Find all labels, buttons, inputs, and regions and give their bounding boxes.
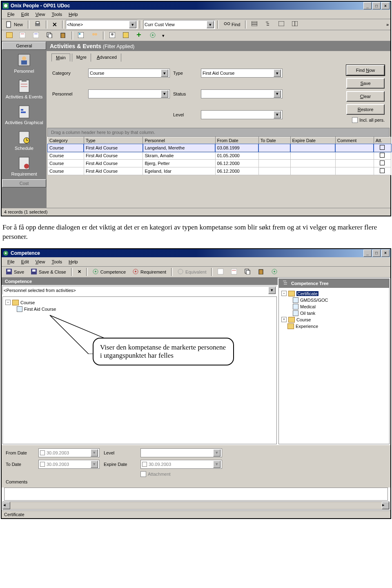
type-combo[interactable]: First Aid Course▾ (201, 69, 283, 78)
nav-activities-graphical[interactable]: Activities Graphical (2, 102, 47, 127)
tb2-btn1[interactable] (3, 31, 16, 40)
nav-requirement[interactable]: Requirement (2, 153, 47, 179)
filter-combo-1[interactable]: <None>▾ (66, 20, 138, 29)
tb-btn-1[interactable] (215, 267, 227, 276)
save-close-button[interactable]: Save & Close (28, 267, 69, 276)
print-button[interactable] (31, 20, 44, 29)
col-todate[interactable]: To Date (258, 137, 290, 144)
col-type[interactable]: Type (84, 137, 143, 144)
tb2-btn11[interactable] (147, 31, 159, 40)
tab-advanced[interactable]: Advanced (93, 53, 121, 62)
tree-node-firstaid[interactable]: First Aid Course (5, 306, 274, 312)
tab-main[interactable]: Main (51, 53, 70, 62)
col-att[interactable]: Att. (374, 137, 391, 144)
tree-node-certificate[interactable]: −Certificate (281, 290, 387, 297)
scroll-left-button[interactable]: ◂ (3, 502, 10, 509)
tb-btn-2[interactable] (228, 267, 241, 276)
col-category[interactable]: Category (48, 137, 84, 144)
find-button[interactable]: Find (221, 20, 243, 29)
menu-tools[interactable]: Tools (48, 258, 65, 265)
view-btn-3[interactable] (276, 20, 288, 29)
horizontal-scrollbar[interactable]: ◂▸ (2, 501, 390, 510)
status-combo[interactable]: ▾ (201, 89, 283, 98)
delete-button[interactable]: ✕ (75, 267, 84, 276)
tb-btn-4[interactable] (255, 267, 267, 276)
maximize-button[interactable]: □ (372, 2, 381, 9)
competence-button[interactable]: Competence (90, 267, 129, 276)
level-combo[interactable]: ▾ (201, 110, 283, 119)
overflow-chevron[interactable]: » (386, 22, 389, 27)
restore-button[interactable]: Restore (346, 104, 385, 115)
tb2-btn4[interactable] (44, 31, 56, 40)
tree-node-experience[interactable]: Experience (281, 323, 387, 330)
filter-tabs: Main More Advanced (47, 51, 390, 62)
personnel-combo[interactable]: <Personnel selected from activities>▾ (2, 286, 277, 295)
tb2-btn10[interactable] (134, 31, 146, 40)
col-comment[interactable]: Comment (335, 137, 374, 144)
view-btn-1[interactable] (249, 20, 261, 29)
menu-help[interactable]: Help (65, 11, 81, 18)
nav-header[interactable]: General (2, 42, 46, 50)
nav-personnel[interactable]: Personnel (2, 50, 47, 76)
find-now-button[interactable]: Find Now (346, 65, 385, 76)
view-btn-4[interactable] (289, 20, 301, 29)
tree-node-medical[interactable]: Medical (281, 303, 387, 310)
col-personnel[interactable]: Personnel (143, 137, 215, 144)
filter-combo-2[interactable]: Curr Cust View▾ (143, 20, 215, 29)
nav-cost[interactable]: Cost (2, 179, 46, 187)
menu-help[interactable]: Help (65, 258, 81, 265)
tb2-btn7[interactable] (89, 31, 101, 40)
menu-view[interactable]: View (32, 11, 49, 18)
comments-textarea[interactable] (4, 488, 388, 501)
minimize-button[interactable]: _ (363, 2, 372, 9)
personnel-combo[interactable]: ▾ (88, 89, 170, 98)
scroll-right-button[interactable]: ▸ (382, 502, 389, 509)
group-hint[interactable]: Drag a column header here to group by th… (47, 128, 390, 137)
tb-btn-3[interactable] (242, 267, 254, 276)
tb2-btn2[interactable] (17, 31, 29, 40)
tree-node-course[interactable]: −Course (5, 299, 274, 306)
close-button[interactable]: × (381, 2, 390, 9)
tb2-btn8[interactable] (107, 31, 119, 40)
tb2-btn6[interactable] (75, 31, 87, 40)
tree-node-gmdss[interactable]: GMDSS/GOC (281, 297, 387, 303)
tools-icon (123, 32, 129, 39)
target-icon (150, 32, 156, 39)
menu-file[interactable]: File (4, 11, 18, 18)
form2-icon (33, 32, 40, 39)
tb2-btn9[interactable] (120, 31, 132, 40)
nav-schedule[interactable]: Schedule (2, 127, 47, 153)
incl-all-checkbox[interactable]: Incl. all pers. (352, 117, 385, 123)
menu-edit[interactable]: Edit (18, 258, 32, 265)
menu-edit[interactable]: Edit (18, 11, 32, 18)
nav-activities-events[interactable]: Activities & Events (2, 76, 47, 102)
menu-view[interactable]: View (32, 258, 49, 265)
requirement-button[interactable]: Requirement (130, 267, 169, 276)
new-button[interactable]: New (3, 20, 26, 29)
tree-node-course[interactable]: +Course (281, 316, 387, 323)
clear-button[interactable]: Clear (346, 91, 385, 102)
tb2-btn5[interactable] (57, 31, 69, 40)
minimize-button[interactable]: _ (363, 249, 372, 257)
view-btn-2[interactable] (262, 20, 274, 29)
table-row[interactable]: CourseFirst Aid CourseLangeland, Merethe… (48, 144, 391, 152)
tab-more[interactable]: More (72, 53, 91, 62)
category-combo[interactable]: Course▾ (88, 69, 170, 78)
col-expire[interactable]: Expire Date (290, 137, 335, 144)
table-row[interactable]: CourseFirst Aid CourseSkram, Amalie01.05… (48, 152, 391, 160)
menu-file[interactable]: File (4, 258, 18, 265)
table-row[interactable]: CourseFirst Aid CourseBjerg, Petter06.12… (48, 160, 391, 167)
delete-button[interactable]: ✕ (49, 20, 60, 29)
tb2-btn3[interactable] (30, 31, 42, 40)
tree-node-oiltank[interactable]: Oil tank (281, 310, 387, 316)
save-button[interactable]: Save (346, 78, 385, 89)
col-fromdate[interactable]: From Date (215, 137, 258, 144)
personnel-label: Personnel (52, 91, 85, 96)
table-row[interactable]: CourseFirst Aid CourseEgeland, Idar06.12… (48, 167, 391, 175)
menu-tools[interactable]: Tools (48, 11, 65, 18)
dropdown-arrow[interactable]: ▾ (160, 33, 166, 38)
tb-btn-5[interactable] (269, 267, 281, 276)
maximize-button[interactable]: □ (372, 249, 381, 257)
close-button[interactable]: × (381, 249, 390, 257)
save-button[interactable]: Save (3, 267, 27, 276)
